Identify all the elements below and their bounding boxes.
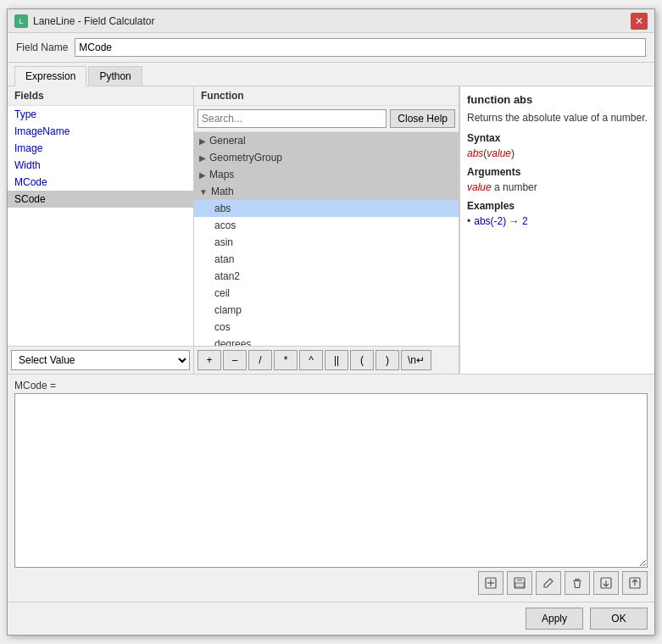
ok-button[interactable]: OK	[590, 608, 648, 630]
import-icon	[599, 576, 613, 590]
examples-label: Examples	[467, 200, 648, 212]
delete-icon	[570, 576, 584, 590]
save-icon	[513, 576, 526, 590]
close-help-button[interactable]: Close Help	[390, 109, 455, 128]
help-examples: • abs(-2) → 2	[467, 215, 648, 227]
expression-label: MCode =	[14, 378, 648, 393]
syntax-label: Syntax	[467, 132, 648, 144]
toolbar-load-btn[interactable]	[478, 571, 503, 595]
top-panels: Fields Type ImageName Image Width MCode …	[8, 86, 654, 375]
arrow-math: ▼	[199, 187, 208, 197]
field-item-imagename[interactable]: ImageName	[8, 123, 193, 140]
arguments-label: Arguments	[467, 166, 648, 178]
function-search-input[interactable]	[197, 109, 387, 128]
close-button[interactable]: ✕	[631, 13, 648, 30]
func-abs[interactable]: abs	[194, 200, 459, 217]
export-icon	[628, 576, 642, 590]
op-concat[interactable]: ||	[325, 350, 348, 370]
func-degrees[interactable]: degrees	[194, 336, 459, 346]
tab-expression[interactable]: Expression	[14, 66, 86, 86]
arrow-geometry: ▶	[199, 153, 206, 163]
apply-button[interactable]: Apply	[526, 608, 583, 630]
op-lparen[interactable]: (	[350, 350, 374, 370]
group-maps[interactable]: ▶ Maps	[194, 166, 459, 183]
field-name-label: Field Name	[16, 42, 68, 53]
arrow-general: ▶	[199, 136, 206, 146]
op-divide[interactable]: /	[248, 350, 272, 370]
arg-name: value	[467, 181, 492, 193]
field-name-input[interactable]	[75, 38, 646, 57]
function-panel: Function Close Help ▶ General	[194, 86, 459, 374]
window-title: LaneLine - Field Calculator	[33, 15, 154, 27]
op-newline[interactable]: \n↵	[401, 350, 431, 370]
group-maps-label: Maps	[209, 169, 234, 180]
content-area: Fields Type ImageName Image Width MCode …	[8, 86, 654, 602]
help-title: function abs	[467, 93, 648, 106]
group-geometry[interactable]: ▶ GeometryGroup	[194, 149, 459, 166]
func-asin[interactable]: asin	[194, 234, 459, 251]
help-syntax: abs(value)	[467, 147, 648, 159]
field-item-width[interactable]: Width	[8, 157, 193, 174]
fields-list: Type ImageName Image Width MCode SCode	[8, 106, 193, 346]
func-atan2[interactable]: atan2	[194, 268, 459, 285]
help-args: value a number	[467, 181, 648, 193]
action-buttons-row: Apply OK	[8, 602, 654, 635]
edit-icon	[542, 576, 555, 590]
toolbar-row	[14, 568, 648, 598]
svg-rect-5	[515, 583, 524, 587]
toolbar-import-btn[interactable]	[593, 571, 619, 595]
svg-rect-7	[573, 580, 581, 581]
group-math[interactable]: ▼ Math abs acos asin atan atan2 ceil cla…	[194, 183, 459, 346]
op-minus[interactable]: –	[223, 350, 247, 370]
help-panel: function abs Returns the absolute value …	[459, 86, 654, 374]
bullet: •	[467, 215, 470, 227]
title-bar: L LaneLine - Field Calculator ✕	[8, 9, 654, 33]
func-clamp[interactable]: clamp	[194, 302, 459, 319]
toolbar-export-btn[interactable]	[622, 571, 648, 595]
syntax-func: abs	[467, 147, 483, 159]
function-tree: ▶ General ▶ GeometryGroup	[194, 132, 459, 346]
fields-header: Fields	[8, 86, 193, 106]
group-geometry-header[interactable]: ▶ GeometryGroup	[194, 149, 459, 166]
load-icon	[484, 576, 498, 590]
toolbar-save-btn[interactable]	[507, 571, 532, 595]
title-bar-left: L LaneLine - Field Calculator	[14, 14, 154, 28]
field-name-row: Field Name	[8, 33, 654, 63]
arrow-maps: ▶	[199, 170, 206, 180]
func-cos[interactable]: cos	[194, 319, 459, 336]
func-acos[interactable]: acos	[194, 217, 459, 234]
function-header: Function	[194, 86, 459, 106]
app-icon: L	[14, 14, 28, 28]
op-multiply[interactable]: *	[274, 350, 298, 370]
operators-row: + – / * ^ || ( ) \n↵	[194, 346, 459, 374]
func-ceil[interactable]: ceil	[194, 285, 459, 302]
toolbar-delete-btn[interactable]	[565, 571, 590, 595]
field-item-type[interactable]: Type	[8, 106, 193, 123]
group-maps-header[interactable]: ▶ Maps	[194, 166, 459, 183]
op-plus[interactable]: +	[197, 350, 221, 370]
field-item-scode[interactable]: SCode	[8, 191, 193, 208]
field-item-image[interactable]: Image	[8, 140, 193, 157]
syntax-arg: value	[487, 147, 511, 159]
bottom-area: MCode =	[8, 375, 654, 602]
field-item-mcode[interactable]: MCode	[8, 174, 193, 191]
op-rparen[interactable]: )	[376, 350, 399, 370]
math-children: abs acos asin atan atan2 ceil clamp cos …	[194, 200, 459, 346]
group-geometry-label: GeometryGroup	[209, 152, 282, 164]
group-general-header[interactable]: ▶ General	[194, 132, 459, 149]
select-value-dropdown[interactable]: Select Value	[11, 350, 190, 370]
group-general-label: General	[209, 135, 246, 147]
toolbar-edit-btn[interactable]	[536, 571, 561, 595]
tab-python[interactable]: Python	[88, 66, 142, 86]
main-window: L LaneLine - Field Calculator ✕ Field Na…	[7, 8, 655, 636]
fields-panel: Fields Type ImageName Image Width MCode …	[8, 86, 194, 374]
op-power[interactable]: ^	[299, 350, 323, 370]
example-item: • abs(-2) → 2	[467, 215, 648, 227]
help-desc: Returns the absolute value of a number.	[467, 111, 648, 125]
func-atan[interactable]: atan	[194, 251, 459, 268]
expression-editor[interactable]	[14, 393, 648, 568]
group-general[interactable]: ▶ General	[194, 132, 459, 149]
group-math-label: Math	[211, 186, 234, 197]
group-math-header[interactable]: ▼ Math	[194, 183, 459, 200]
arg-desc: a number	[494, 181, 537, 193]
